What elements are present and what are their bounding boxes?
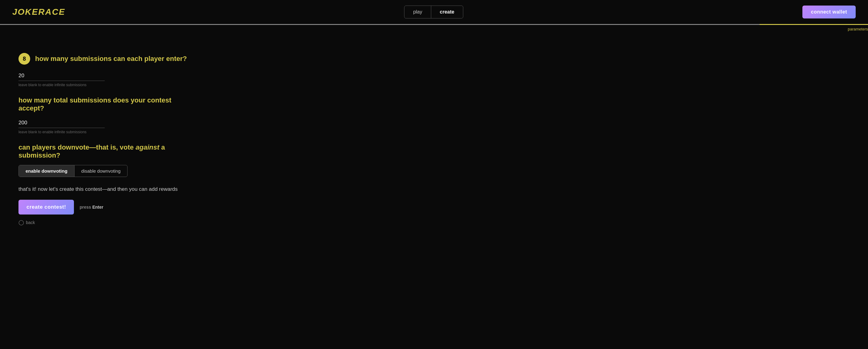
enable-downvoting-button[interactable]: enable downvoting (19, 165, 74, 177)
total-submissions-input[interactable] (19, 118, 105, 128)
step-number: 8 (19, 53, 30, 65)
press-enter-prefix: press (80, 205, 92, 210)
step-labels: parameters (0, 25, 868, 31)
connect-wallet-button[interactable]: connect wallet (802, 5, 856, 19)
press-enter-text: press Enter (80, 205, 103, 210)
downvote-block: can players downvote—that is, vote again… (19, 143, 197, 177)
create-contest-row: create contest! press Enter (19, 200, 197, 214)
main-content: 8 how many submissions can each player e… (0, 41, 216, 235)
downvote-title-italic: against (135, 143, 159, 151)
total-submissions-block: how many total submissions does your con… (19, 96, 197, 134)
step-5 (434, 24, 542, 25)
downvote-title-part1: can players downvote (19, 143, 89, 151)
step-4 (326, 24, 434, 25)
step-8 (760, 24, 868, 25)
total-submissions-title: how many total submissions does your con… (19, 96, 197, 112)
current-step-label: parameters (848, 27, 868, 31)
nav-create[interactable]: create (431, 6, 463, 18)
submissions-per-player-title: how many submissions can each player ent… (35, 55, 187, 63)
header: JOKERACE play create connect wallet (0, 0, 868, 24)
progress-bar-wrapper: parameters (0, 24, 868, 41)
step-7 (651, 24, 760, 25)
back-label: back (26, 220, 35, 225)
nav-pills: play create (404, 5, 463, 19)
step-3 (217, 24, 326, 25)
total-submissions-hint: leave blank to enable infinite submissio… (19, 130, 197, 134)
press-enter-key: Enter (92, 205, 103, 210)
section-header: 8 how many submissions can each player e… (19, 53, 197, 65)
back-icon: ◯ (19, 219, 24, 225)
step-6 (542, 24, 651, 25)
submissions-per-player-block: leave blank to enable infinite submissio… (19, 71, 197, 87)
back-link[interactable]: ◯ back (19, 219, 197, 225)
downvote-title: can players downvote—that is, vote again… (19, 143, 197, 160)
downvote-toggle-group: enable downvoting disable downvoting (19, 165, 127, 177)
submissions-per-player-input[interactable] (19, 71, 105, 81)
downvote-title-em: —that is, vote (89, 143, 135, 151)
step-1 (0, 24, 108, 25)
submissions-per-player-hint: leave blank to enable infinite submissio… (19, 83, 197, 87)
disable-downvoting-button[interactable]: disable downvoting (74, 165, 127, 177)
step-2 (108, 24, 217, 25)
logo-text: JOKERACE (12, 7, 65, 17)
nav-play[interactable]: play (404, 6, 431, 18)
steps-bar (0, 24, 868, 25)
completion-text: that's it! now let's create this contest… (19, 186, 197, 193)
logo: JOKERACE (12, 7, 65, 17)
create-contest-button[interactable]: create contest! (19, 200, 74, 214)
